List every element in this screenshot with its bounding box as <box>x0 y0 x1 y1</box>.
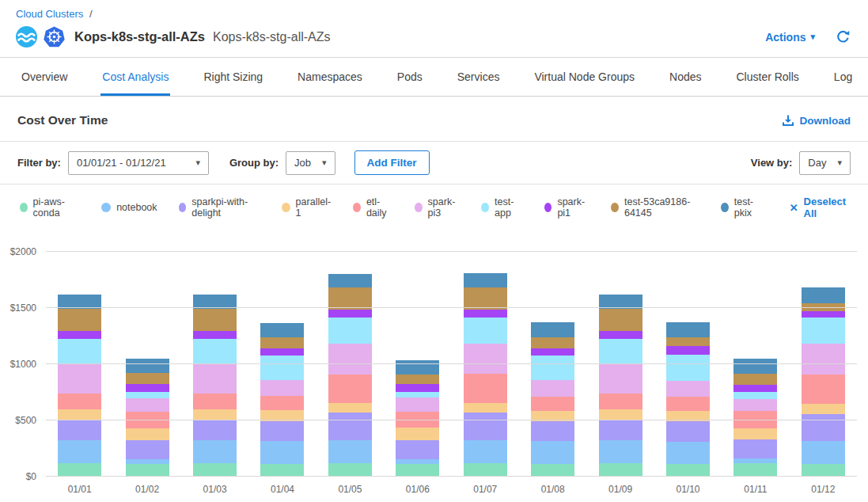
bar-segment-parallel-1[interactable] <box>464 403 507 413</box>
stacked-bar-01/02[interactable] <box>126 359 169 477</box>
stacked-bar-01/12[interactable] <box>802 287 845 477</box>
bar-segment-parallel-1[interactable] <box>58 409 101 420</box>
bar-segment-sparkpi-with-delight[interactable] <box>328 413 372 440</box>
stacked-bar-01/10[interactable] <box>666 322 710 477</box>
bar-segment-test-app[interactable] <box>396 392 439 397</box>
bar-segment-test-pkix[interactable] <box>328 274 372 287</box>
bar-segment-parallel-1[interactable] <box>733 428 777 439</box>
bar-segment-test-pkix[interactable] <box>733 359 777 374</box>
bar-segment-sparkpi-with-delight[interactable] <box>802 414 845 442</box>
bar-segment-test-pkix[interactable] <box>396 360 439 375</box>
bar-segment-etl-daily[interactable] <box>599 394 642 409</box>
bar-segment-test-app[interactable] <box>599 339 642 363</box>
tab-namespaces[interactable]: Namespaces <box>296 70 364 96</box>
bar-segment-spark-pi3[interactable] <box>126 398 169 412</box>
bar-segment-parallel-1[interactable] <box>802 404 845 413</box>
bar-segment-test-53ca9186-64145[interactable] <box>126 373 169 383</box>
bar-segment-sparkpi-with-delight[interactable] <box>396 440 439 459</box>
bar-segment-test-app[interactable] <box>733 392 777 398</box>
tab-right-sizing[interactable]: Right Sizing <box>202 70 264 96</box>
bar-segment-parallel-1[interactable] <box>328 403 372 413</box>
stacked-bar-01/08[interactable] <box>531 322 574 477</box>
bar-segment-etl-daily[interactable] <box>58 394 101 409</box>
view-by-select[interactable]: Day ▾ <box>799 151 851 175</box>
add-filter-button[interactable]: Add Filter <box>354 150 430 175</box>
download-button[interactable]: Download <box>782 114 851 127</box>
bar-segment-notebook[interactable] <box>328 440 372 463</box>
bar-segment-spark-pi3[interactable] <box>260 380 304 397</box>
bar-segment-spark-pi1[interactable] <box>193 331 237 339</box>
tab-cost-analysis[interactable]: Cost Analysis <box>100 70 170 96</box>
bar-segment-parallel-1[interactable] <box>126 428 169 440</box>
stacked-bar-01/11[interactable] <box>733 359 777 477</box>
legend-item-pi-aws-conda[interactable]: pi-aws-conda <box>20 196 80 219</box>
bar-segment-test-pkix[interactable] <box>802 287 845 302</box>
tab-cluster-rolls[interactable]: Cluster Rolls <box>734 70 800 96</box>
bar-segment-test-pkix[interactable] <box>666 322 710 337</box>
bar-segment-test-pkix[interactable] <box>126 359 169 373</box>
bar-segment-test-pkix[interactable] <box>260 323 304 337</box>
bar-segment-test-53ca9186-64145[interactable] <box>599 309 642 331</box>
bar-segment-spark-pi1[interactable] <box>599 331 642 339</box>
bar-segment-sparkpi-with-delight[interactable] <box>666 421 710 441</box>
bar-segment-sparkpi-with-delight[interactable] <box>464 413 507 440</box>
bar-segment-test-53ca9186-64145[interactable] <box>464 287 507 310</box>
bar-segment-spark-pi3[interactable] <box>531 380 574 397</box>
bar-segment-test-app[interactable] <box>666 355 710 381</box>
bar-segment-test-53ca9186-64145[interactable] <box>396 375 439 384</box>
bar-segment-test-app[interactable] <box>58 339 101 363</box>
bar-segment-pi-aws-conda[interactable] <box>666 464 710 477</box>
bar-segment-test-app[interactable] <box>260 356 304 380</box>
date-range-select[interactable]: 01/01/21 - 01/12/21 ▾ <box>68 151 209 175</box>
bar-segment-sparkpi-with-delight[interactable] <box>126 440 169 459</box>
legend-item-spark-pi3[interactable]: spark-pi3 <box>415 196 460 219</box>
legend-item-notebook[interactable]: notebook <box>101 202 157 213</box>
legend-item-sparkpi-with-delight[interactable]: sparkpi-with-delight <box>179 196 260 219</box>
bar-segment-spark-pi1[interactable] <box>802 311 845 318</box>
bar-segment-notebook[interactable] <box>531 441 574 464</box>
deselect-all-button[interactable]: ✕Deselect All <box>790 196 848 219</box>
bar-segment-etl-daily[interactable] <box>260 396 304 410</box>
bar-segment-etl-daily[interactable] <box>464 374 507 402</box>
stacked-bar-01/06[interactable] <box>396 360 439 477</box>
bar-segment-spark-pi3[interactable] <box>666 381 710 397</box>
bar-segment-spark-pi1[interactable] <box>58 331 101 339</box>
refresh-button[interactable] <box>836 29 851 44</box>
bar-segment-test-53ca9186-64145[interactable] <box>328 287 372 310</box>
stacked-bar-01/04[interactable] <box>260 323 304 477</box>
stacked-bar-01/01[interactable] <box>58 295 101 477</box>
bar-segment-pi-aws-conda[interactable] <box>328 463 372 477</box>
bar-segment-etl-daily[interactable] <box>193 394 237 409</box>
bar-segment-pi-aws-conda[interactable] <box>531 464 574 477</box>
bar-segment-spark-pi3[interactable] <box>802 344 845 375</box>
tab-services[interactable]: Services <box>456 70 502 96</box>
bar-segment-etl-daily[interactable] <box>802 375 845 405</box>
bar-segment-test-53ca9186-64145[interactable] <box>666 337 710 346</box>
bar-segment-pi-aws-conda[interactable] <box>802 464 845 477</box>
bar-segment-pi-aws-conda[interactable] <box>126 464 169 477</box>
bar-segment-sparkpi-with-delight[interactable] <box>58 420 101 440</box>
bar-segment-notebook[interactable] <box>260 441 304 464</box>
bar-segment-parallel-1[interactable] <box>599 409 642 420</box>
bar-segment-sparkpi-with-delight[interactable] <box>260 421 304 441</box>
bar-segment-spark-pi3[interactable] <box>193 363 237 394</box>
bar-segment-spark-pi3[interactable] <box>58 363 101 394</box>
bar-segment-pi-aws-conda[interactable] <box>599 463 642 477</box>
legend-item-spark-pi1[interactable]: spark-pi1 <box>544 196 589 219</box>
stacked-bar-01/05[interactable] <box>328 274 372 477</box>
bar-segment-spark-pi1[interactable] <box>396 384 439 391</box>
bar-segment-test-53ca9186-64145[interactable] <box>531 337 574 348</box>
legend-item-test-pkix[interactable]: test-pkix <box>721 196 763 219</box>
stacked-bar-01/09[interactable] <box>599 295 642 477</box>
bar-segment-pi-aws-conda[interactable] <box>58 463 101 477</box>
bar-segment-test-53ca9186-64145[interactable] <box>260 337 304 348</box>
tab-overview[interactable]: Overview <box>20 70 69 96</box>
bar-segment-sparkpi-with-delight[interactable] <box>193 420 237 440</box>
bar-segment-notebook[interactable] <box>193 440 237 463</box>
bar-segment-test-app[interactable] <box>531 356 574 380</box>
bar-segment-notebook[interactable] <box>58 440 101 463</box>
legend-item-parallel-1[interactable]: parallel-1 <box>282 196 332 219</box>
legend-item-etl-daily[interactable]: etl-daily <box>353 196 393 219</box>
tab-log[interactable]: Log <box>832 70 854 96</box>
bar-segment-spark-pi3[interactable] <box>733 399 777 411</box>
